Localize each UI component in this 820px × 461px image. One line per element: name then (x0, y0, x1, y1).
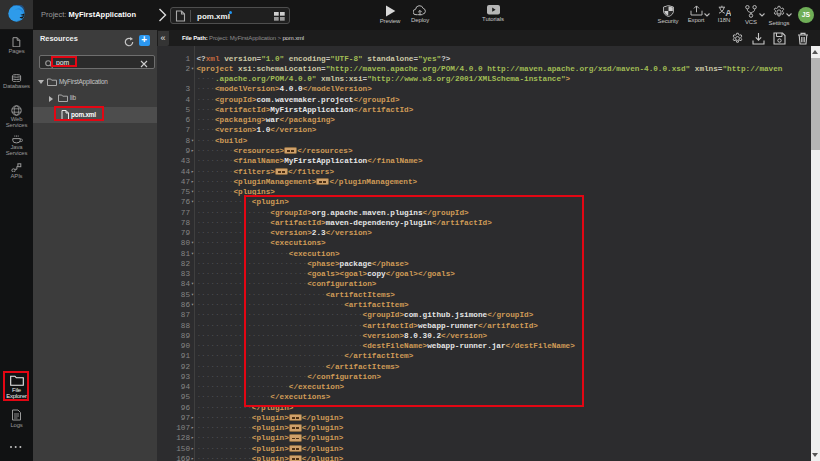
svg-text:A: A (725, 8, 731, 16)
